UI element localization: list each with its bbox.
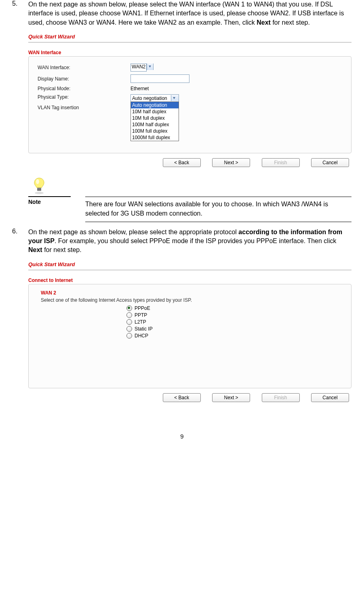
radio-static-ip-label: Static IP: [135, 326, 153, 332]
option-1000m-full[interactable]: 1000M full duplex: [131, 134, 179, 141]
chevron-down-icon: [171, 95, 179, 101]
note-body: There are four WAN selections available …: [85, 199, 351, 218]
radio-l2tp-label: L2TP: [135, 319, 146, 325]
wan-interface-label: WAN Interface:: [38, 65, 130, 70]
cancel-button[interactable]: Cancel: [311, 158, 349, 167]
svg-point-0: [35, 192, 44, 194]
radio-pptp-label: PPTP: [135, 312, 147, 318]
radio-pptp[interactable]: [126, 312, 132, 318]
radio-dhcp[interactable]: [126, 333, 132, 339]
lightbulb-icon: [32, 177, 46, 195]
vlan-tag-label: VLAN Tag insertion: [38, 105, 130, 110]
wizard2-instruction: Select one of the following Internet Acc…: [41, 297, 342, 303]
option-10m-half[interactable]: 10M half duplex: [131, 108, 179, 115]
wizard1-panel: WAN Interface: WAN2 Display Name: Physic…: [28, 56, 351, 153]
next-button[interactable]: Next >: [212, 158, 250, 167]
wizard-connect-internet: Quick Start Wizard Connect to Internet W…: [28, 260, 351, 404]
physical-type-options: Auto negotiation 10M half duplex 10M ful…: [130, 102, 179, 141]
step-6-text: On the next page as shown below, please …: [28, 228, 352, 255]
step-6-number: 6.: [12, 228, 28, 255]
wizard2-section: Connect to Internet: [28, 277, 351, 283]
wizard2-title: Quick Start Wizard: [28, 260, 351, 269]
radio-l2tp[interactable]: [126, 319, 132, 325]
wan2-heading: WAN 2: [41, 290, 342, 296]
physical-mode-value: Ethernet: [130, 86, 149, 91]
step-5-number: 5.: [12, 0, 28, 27]
step-6: 6. On the next page as shown below, plea…: [12, 228, 352, 255]
wan-interface-select[interactable]: WAN2: [130, 64, 154, 72]
finish-button: Finish: [262, 158, 300, 167]
wizard1-title: Quick Start Wizard: [28, 32, 351, 41]
radio-pppoe[interactable]: [126, 305, 132, 311]
radio-static-ip[interactable]: [126, 326, 132, 332]
display-name-input[interactable]: [130, 74, 189, 83]
wizard1-section: WAN Interface: [28, 50, 351, 55]
back-button[interactable]: < Back: [163, 393, 201, 402]
cancel-button[interactable]: Cancel: [311, 393, 349, 402]
radio-dhcp-label: DHCP: [135, 333, 148, 339]
step-5: 5. On the next page as shown below, plea…: [12, 0, 352, 27]
radio-pppoe-label: PPPoE: [135, 305, 150, 311]
finish-button: Finish: [262, 393, 300, 402]
option-10m-full[interactable]: 10M full duplex: [131, 115, 179, 121]
wizard2-button-row: < Back Next > Finish Cancel: [28, 388, 351, 404]
wizard1-button-row: < Back Next > Finish Cancel: [28, 153, 351, 169]
chevron-down-icon: [147, 64, 154, 70]
option-100m-half[interactable]: 100M half duplex: [131, 121, 179, 128]
svg-rect-2: [37, 188, 41, 191]
physical-mode-label: Physical Mode:: [38, 86, 130, 91]
svg-point-1: [36, 179, 39, 184]
option-auto-negotiation[interactable]: Auto negotiation: [131, 102, 179, 108]
page-number: 9: [12, 433, 352, 440]
wizard-wan-interface: Quick Start Wizard WAN Interface WAN Int…: [28, 32, 351, 169]
note-label: Note: [28, 197, 71, 205]
wizard2-panel: WAN 2 Select one of the following Intern…: [28, 284, 351, 388]
step-5-text: On the next page as shown below, please …: [28, 0, 352, 27]
divider: [28, 270, 351, 270]
next-button[interactable]: Next >: [212, 393, 250, 402]
physical-type-label: Physical Type:: [38, 94, 130, 100]
option-100m-full[interactable]: 100M full duplex: [131, 128, 179, 134]
display-name-label: Display Name:: [38, 76, 130, 82]
lightbulb-tip: [32, 177, 352, 196]
back-button[interactable]: < Back: [163, 158, 201, 167]
divider: [28, 42, 351, 42]
physical-type-select[interactable]: Auto negotiation Auto negotiation 10M ha…: [130, 94, 179, 102]
